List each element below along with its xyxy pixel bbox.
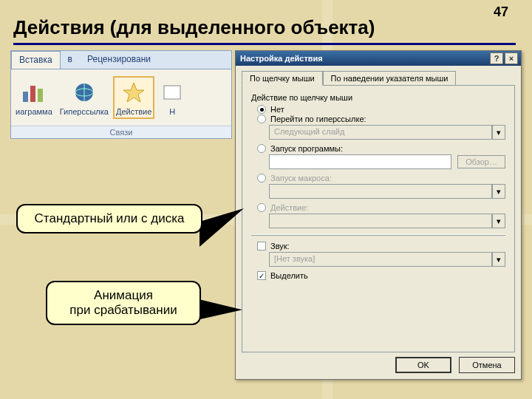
svg-rect-6 — [164, 86, 180, 99]
tab-on-hover[interactable]: По наведении указателя мыши — [323, 71, 457, 86]
hyperlink-value: Следующий слайд — [269, 125, 492, 140]
svg-rect-0 — [23, 92, 28, 102]
chevron-down-icon: ▾ — [492, 214, 505, 228]
globe-icon — [71, 79, 98, 106]
radio-icon — [257, 203, 266, 212]
radio-hyperlink-row[interactable]: Перейти по гиперссылке: — [257, 115, 505, 123]
action-value — [269, 214, 492, 228]
radio-run-label: Запуск программы: — [270, 144, 343, 153]
checkbox-icon — [257, 271, 266, 280]
ribbon-screenshot: Вставка в Рецензировани иаграмма Гиперсс… — [10, 50, 232, 139]
ribbon-item-label: Действие — [116, 107, 151, 116]
radio-action-label: Действие: — [270, 203, 308, 212]
tab-on-click[interactable]: По щелчку мыши — [242, 71, 323, 86]
section-label: Действие по щелчку мыши — [251, 93, 505, 102]
browse-button[interactable]: Обзор… — [457, 155, 505, 168]
action-combo: ▾ — [269, 214, 505, 228]
page-title: Действия (для выделенного объекта) — [13, 16, 375, 39]
radio-icon — [257, 105, 266, 114]
heading-rule — [13, 43, 516, 45]
radio-macro-label: Запуск макроса: — [270, 174, 332, 183]
ribbon-tab-review: Рецензировани — [80, 51, 158, 69]
radio-none-label: Нет — [270, 105, 284, 114]
run-program-input[interactable] — [269, 154, 451, 169]
ok-button[interactable]: OK — [395, 357, 451, 373]
highlight-check-label: Выделить — [270, 271, 308, 280]
star-icon — [120, 79, 147, 106]
ribbon-tab-2: в — [61, 51, 80, 69]
dialog-titlebar: Настройка действия ? × — [236, 51, 521, 66]
ribbon-group-label: Связи — [11, 126, 231, 138]
chevron-down-icon: ▾ — [492, 184, 505, 199]
chevron-down-icon[interactable]: ▾ — [492, 252, 505, 267]
radio-icon — [257, 144, 266, 153]
ribbon-item-label: Н — [169, 107, 175, 116]
callout-text: Стандартный или с диска — [35, 211, 185, 225]
ribbon-item-hyperlink: Гиперссылка — [60, 79, 109, 116]
callout-standard-or-disk: Стандартный или с диска — [16, 204, 202, 233]
sound-check-label: Звук: — [270, 242, 290, 250]
sound-value: [Нет звука] — [269, 252, 492, 267]
callout-text: Анимация — [94, 288, 153, 302]
callout-arrow — [198, 299, 242, 324]
page-number: 47 — [494, 4, 508, 20]
ribbon-item-4: Н — [159, 79, 185, 116]
radio-icon — [257, 115, 266, 123]
radio-action-row: Действие: — [257, 203, 505, 212]
radio-run-program-row[interactable]: Запуск программы: — [257, 144, 505, 153]
chart-icon — [21, 79, 47, 106]
radio-macro-row: Запуск макроса: — [257, 174, 505, 183]
callout-animation: Анимация при срабатывании — [46, 281, 201, 325]
ribbon-tab-insert: Вставка — [11, 51, 61, 69]
checkbox-icon — [257, 242, 266, 250]
macro-combo: ▾ — [269, 184, 505, 199]
ribbon-item-label: Гиперссылка — [60, 107, 109, 116]
radio-icon — [257, 174, 266, 183]
svg-rect-2 — [38, 89, 43, 102]
svg-marker-5 — [123, 83, 144, 102]
svg-rect-1 — [30, 86, 35, 102]
radio-hyperlink-label: Перейти по гиперссылке: — [270, 115, 366, 123]
help-button[interactable]: ? — [490, 52, 503, 64]
separator — [251, 234, 505, 236]
sound-check-row[interactable]: Звук: — [257, 242, 505, 250]
chevron-down-icon[interactable]: ▾ — [492, 125, 505, 140]
callout-text: при срабатывании — [69, 303, 177, 317]
highlight-check-row[interactable]: Выделить — [257, 271, 505, 280]
cancel-button[interactable]: Отмена — [459, 357, 515, 373]
dialog-title: Настройка действия — [240, 54, 323, 63]
ribbon-item-label: иаграмма — [16, 107, 52, 116]
dialog-panel: Действие по щелчку мыши Нет Перейти по г… — [242, 85, 515, 352]
ribbon-item-action: Действие — [116, 79, 151, 116]
radio-none-row[interactable]: Нет — [257, 105, 505, 114]
action-settings-dialog: Настройка действия ? × По щелчку мыши По… — [235, 50, 522, 380]
ribbon-item-chart: иаграмма — [16, 79, 52, 116]
hyperlink-combo[interactable]: Следующий слайд ▾ — [269, 125, 505, 140]
box-icon — [159, 79, 185, 106]
close-button[interactable]: × — [505, 52, 518, 64]
sound-combo[interactable]: [Нет звука] ▾ — [269, 252, 505, 267]
macro-value — [269, 184, 492, 199]
